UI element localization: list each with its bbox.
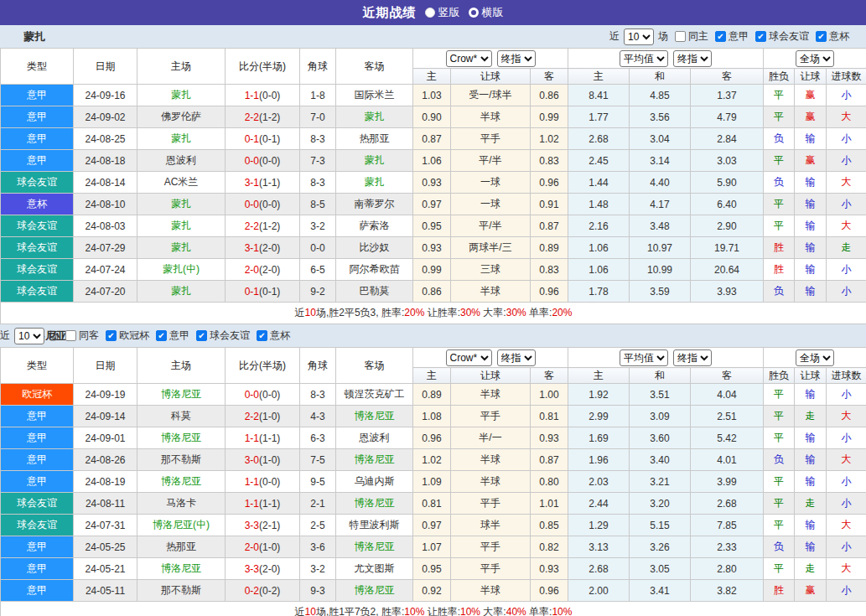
result-handicap: 输 — [795, 259, 827, 281]
handicap: 平手 — [451, 128, 531, 150]
layout-horizontal-label: 横版 — [482, 5, 504, 20]
result-handicap: 走 — [795, 493, 827, 515]
match-row: 意甲24-08-25蒙扎0-1(0-1)8-3热那亚0.87平手1.022.68… — [1, 128, 866, 150]
odds-home: 0.89 — [413, 384, 451, 406]
games-label: 场 — [658, 29, 668, 44]
radio-horizontal-icon[interactable] — [469, 8, 479, 18]
league-checkbox-ucl[interactable]: ✔ — [106, 330, 117, 341]
match-row: 意甲24-05-11那不勒斯0-2(0-2)9-3博洛尼亚0.92半球0.962… — [1, 580, 866, 602]
league-badge: 球会友谊 — [1, 215, 74, 237]
league-badge: 球会友谊 — [1, 259, 74, 281]
result-wdl: 平 — [764, 406, 795, 427]
result-wdl: 负 — [764, 536, 795, 558]
near-label: 近 — [609, 29, 620, 44]
bookmaker-select[interactable]: Crow* — [446, 50, 492, 67]
corner-score: 8-3 — [300, 128, 336, 150]
handicap: 三球 — [451, 259, 531, 281]
avg-away: 5.42 — [691, 427, 764, 449]
layout-horizontal-option[interactable]: 横版 — [469, 5, 504, 20]
same-venue-checkbox[interactable] — [675, 31, 686, 42]
avg-home: 2.68 — [568, 558, 630, 580]
odds-away: 0.81 — [531, 406, 568, 427]
result-goals: 大 — [827, 449, 866, 471]
result-goals: 小 — [827, 471, 866, 493]
avg-home: 8.41 — [568, 85, 630, 106]
score: 0-1(0-1) — [226, 128, 300, 150]
avg-draw: 3.21 — [630, 471, 691, 493]
odds-home: 0.92 — [413, 580, 451, 602]
league-checkbox-friendly[interactable]: ✔ — [755, 31, 766, 42]
col-header-home: 主场 — [137, 348, 226, 384]
avg-home: 2.44 — [568, 493, 630, 515]
league-badge: 球会友谊 — [1, 172, 74, 194]
away-team: 博洛尼亚 — [336, 493, 413, 515]
avg-draw: 4.17 — [630, 194, 691, 215]
home-team: 那不勒斯 — [137, 449, 226, 471]
handicap: 一球 — [451, 172, 531, 194]
league-checkbox-coppa[interactable]: ✔ — [257, 330, 267, 341]
odds-home: 0.99 — [413, 259, 451, 281]
league-checkbox-coppa[interactable]: ✔ — [816, 31, 827, 42]
home-team: 马洛卡 — [137, 493, 226, 515]
match-date: 24-05-11 — [74, 580, 137, 602]
avg-away: 4.01 — [691, 449, 764, 471]
average-select[interactable]: 平均值 — [620, 349, 668, 366]
match-date: 24-09-16 — [74, 85, 137, 106]
bookmaker-select[interactable]: Crow* — [446, 349, 492, 366]
league-badge: 意甲 — [1, 85, 74, 106]
home-team: 蒙扎(中) — [137, 259, 226, 281]
avg-draw: 5.15 — [630, 515, 691, 536]
result-handicap: 输 — [795, 449, 827, 471]
final-odds-select-2[interactable]: 终指 — [673, 50, 712, 67]
avg-draw: 3.04 — [630, 128, 691, 150]
col-header-corner: 角球 — [300, 348, 336, 384]
odds-home: 1.08 — [413, 406, 451, 427]
match-date: 24-05-21 — [74, 558, 137, 580]
result-goals: 小 — [827, 128, 866, 150]
away-team: 博洛尼亚 — [336, 536, 413, 558]
league-checkbox-serie-a[interactable]: ✔ — [156, 330, 167, 341]
match-date: 24-09-02 — [74, 106, 137, 128]
sub-header-asian: 让球 — [795, 69, 827, 85]
avg-draw: 3.40 — [630, 449, 691, 471]
avg-draw: 3.26 — [630, 536, 691, 558]
results-table-bologna: 类型 日期 主场 比分(半场) 角球 客场 Crow*终指 平均值终指 全场 主… — [0, 347, 866, 616]
final-odds-select-1[interactable]: 终指 — [497, 349, 536, 366]
layout-vertical-option[interactable]: 竖版 — [425, 5, 460, 20]
handicap: 半/一 — [451, 427, 531, 449]
away-team: 萨索洛 — [336, 215, 413, 237]
odds-away: 0.83 — [531, 259, 568, 281]
away-team: 恩波利 — [336, 427, 413, 449]
recent-count-select[interactable]: 10 — [14, 328, 44, 344]
result-wdl: 平 — [764, 85, 795, 106]
league-badge: 意甲 — [1, 449, 74, 471]
radio-vertical-icon[interactable] — [425, 8, 435, 18]
match-row: 意甲24-05-25热那亚2-0(1-0)3-6博洛尼亚1.07平手0.823.… — [1, 536, 866, 558]
home-team: 蒙扎 — [137, 281, 226, 303]
fulltime-select[interactable]: 全场 — [796, 349, 834, 366]
same-venue-checkbox[interactable] — [65, 330, 76, 341]
away-team: 尤文图斯 — [336, 558, 413, 580]
sub-header-avg-away: 客 — [691, 368, 764, 384]
result-handicap: 赢 — [795, 85, 827, 106]
avg-draw: 10.99 — [630, 259, 691, 281]
topbar: 近期战绩 竖版 横版 — [0, 0, 866, 25]
league-checkbox-serie-a[interactable]: ✔ — [715, 31, 726, 42]
corner-score: 9-3 — [300, 580, 336, 602]
average-select[interactable]: 平均值 — [620, 50, 668, 67]
league-checkbox-friendly[interactable]: ✔ — [196, 330, 207, 341]
match-date: 24-08-11 — [74, 493, 137, 515]
match-date: 24-08-18 — [74, 150, 137, 172]
col-header-date: 日期 — [74, 348, 137, 384]
corner-score: 0-0 — [300, 237, 336, 259]
league-badge: 意杯 — [1, 194, 74, 215]
final-odds-select-2[interactable]: 终指 — [673, 349, 712, 366]
final-odds-select-1[interactable]: 终指 — [497, 50, 536, 67]
result-wdl: 平 — [764, 515, 795, 536]
away-team: 南蒂罗尔 — [336, 194, 413, 215]
league-badge: 球会友谊 — [1, 515, 74, 536]
corner-score: 7-5 — [300, 449, 336, 471]
result-goals: 小 — [827, 281, 866, 303]
recent-count-select[interactable]: 10 — [624, 28, 654, 45]
fulltime-select[interactable]: 全场 — [796, 50, 834, 67]
